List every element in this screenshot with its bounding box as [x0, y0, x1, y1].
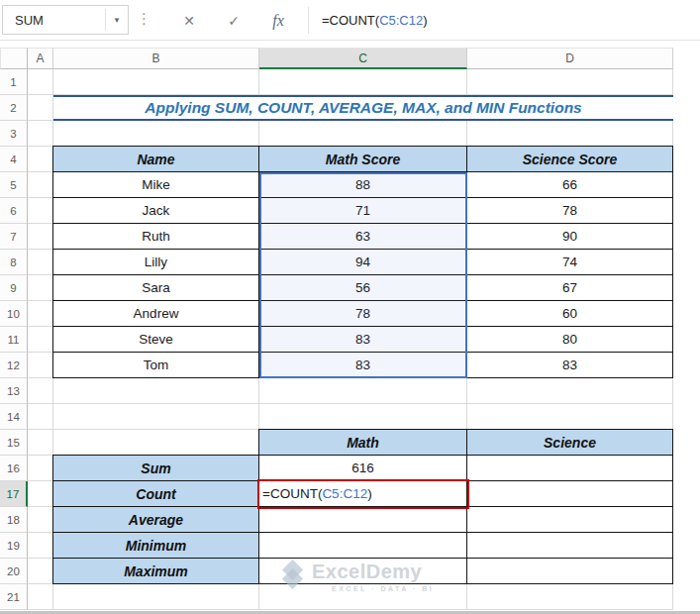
check-icon: ✓	[228, 13, 240, 29]
row-header-7[interactable]: 7	[0, 224, 28, 250]
cell-B6[interactable]: Jack	[53, 198, 259, 224]
summary-header-row: Math Science	[258, 429, 673, 456]
cell-B11[interactable]: Steve	[53, 327, 259, 353]
scores-header-science[interactable]: Science Score	[467, 147, 673, 172]
worksheet-title: Applying SUM, COUNT, AVERAGE, MAX, and M…	[145, 99, 581, 117]
scores-table: Name Math Score Science Score Mike 88 66…	[52, 146, 673, 378]
formula-bar-input[interactable]: =COUNT( C5:C12 )	[322, 0, 696, 41]
cell-B8[interactable]: Lilly	[53, 250, 259, 275]
scores-header-math[interactable]: Math Score	[259, 147, 467, 172]
cell-D8[interactable]: 74	[467, 250, 673, 275]
cell-D5[interactable]: 66	[467, 172, 673, 198]
cell-B12[interactable]: Tom	[53, 353, 259, 378]
row-header-18[interactable]: 18	[0, 507, 28, 533]
formula-bar: SUM ▾ ⋮ ✕ ✓ fx =COUNT( C5:C12 )	[0, 0, 700, 41]
cell-C9[interactable]: 56	[259, 275, 467, 301]
cell-D9[interactable]: 67	[467, 275, 673, 301]
formula-suffix: )	[423, 13, 427, 28]
summary-label-minimum[interactable]: Minimum	[53, 533, 259, 559]
formula-prefix: =COUNT(	[322, 13, 379, 28]
row-header-6[interactable]: 6	[0, 198, 28, 224]
row-header-10[interactable]: 10	[0, 301, 28, 327]
cell-C19[interactable]	[259, 533, 467, 559]
cell-B5[interactable]: Mike	[53, 172, 259, 198]
row-header-9[interactable]: 9	[0, 275, 28, 301]
formula-bar-options-icon[interactable]: ⋮	[137, 10, 151, 28]
summary-labels: Sum Count Average Minimum Maximum	[52, 455, 259, 584]
cell-C6[interactable]: 71	[259, 198, 467, 224]
row-header-15[interactable]: 15	[0, 430, 28, 456]
row-header-12[interactable]: 12	[0, 353, 28, 378]
summary-label-count[interactable]: Count	[53, 481, 259, 507]
summary-header-math[interactable]: Math	[259, 430, 467, 456]
select-all-corner[interactable]	[0, 48, 28, 69]
row-header-21[interactable]: 21	[0, 584, 28, 610]
cell-D17[interactable]	[467, 481, 673, 507]
column-header-b[interactable]: B	[53, 48, 259, 69]
summary-values: 616 =COUNT( C5:C12 )	[258, 455, 673, 584]
cell-C8[interactable]: 94	[259, 250, 467, 275]
row-header-2[interactable]: 2	[0, 95, 28, 121]
excel-window: SUM ▾ ⋮ ✕ ✓ fx =COUNT( C5:C12 ) A B C D …	[0, 0, 700, 614]
column-header-d[interactable]: D	[467, 48, 673, 69]
row-header-8[interactable]: 8	[0, 250, 28, 275]
row-header-3[interactable]: 3	[0, 121, 28, 147]
cancel-icon: ✕	[183, 13, 195, 29]
formula-bar-divider	[308, 7, 309, 34]
row-header-13[interactable]: 13	[0, 378, 28, 404]
cell-D11[interactable]: 80	[467, 327, 673, 353]
summary-header-science[interactable]: Science	[467, 430, 673, 456]
cell-C20[interactable]	[259, 559, 467, 584]
summary-label-average[interactable]: Average	[53, 507, 259, 533]
name-box-dropdown-icon[interactable]: ▾	[106, 15, 128, 25]
worksheet-title-cell[interactable]: Applying SUM, COUNT, AVERAGE, MAX, and M…	[53, 95, 673, 121]
cell-D12[interactable]: 83	[467, 353, 673, 378]
name-box[interactable]: SUM ▾	[2, 5, 129, 35]
summary-label-sum[interactable]: Sum	[53, 456, 259, 481]
cell-C12[interactable]: 83	[259, 353, 467, 378]
cell-B9[interactable]: Sara	[53, 275, 259, 301]
cell-formula-reference: C5:C12	[322, 486, 367, 501]
row-header-14[interactable]: 14	[0, 404, 28, 430]
row-header-4[interactable]: 4	[0, 147, 28, 172]
row-header-20[interactable]: 20	[0, 559, 28, 584]
row-header-strip: 1 2 3 4 5 6 7 8 9 10 11 12 13 14 15 16 1…	[0, 69, 28, 610]
formula-cancel-button[interactable]: ✕	[174, 8, 204, 33]
column-header-a[interactable]: A	[28, 48, 53, 69]
name-box-value: SUM	[3, 13, 105, 28]
cell-formula-suffix: )	[367, 486, 372, 501]
cell-C18[interactable]	[259, 507, 467, 533]
summary-label-maximum[interactable]: Maximum	[53, 559, 259, 584]
fx-icon: fx	[272, 12, 284, 30]
formula-enter-button[interactable]: ✓	[219, 8, 249, 33]
cell-D19[interactable]	[467, 533, 673, 559]
cell-C17-active-formula[interactable]: =COUNT( C5:C12 )	[259, 481, 467, 507]
cell-D6[interactable]: 78	[467, 198, 673, 224]
cell-D18[interactable]	[467, 507, 673, 533]
row-header-1[interactable]: 1	[0, 69, 28, 95]
column-header-c[interactable]: C	[259, 48, 467, 69]
cell-D7[interactable]: 90	[467, 224, 673, 250]
row-header-5[interactable]: 5	[0, 172, 28, 198]
cell-formula-prefix: =COUNT(	[262, 486, 322, 501]
cell-B10[interactable]: Andrew	[53, 301, 259, 327]
row-header-19[interactable]: 19	[0, 533, 28, 559]
cell-C7[interactable]: 63	[259, 224, 467, 250]
cell-B7[interactable]: Ruth	[53, 224, 259, 250]
cell-C16-sum-result[interactable]: 616	[259, 456, 467, 481]
formula-reference: C5:C12	[379, 13, 423, 28]
cell-D10[interactable]: 60	[467, 301, 673, 327]
row-header-17[interactable]: 17	[0, 481, 28, 507]
cell-D16[interactable]	[467, 456, 673, 481]
cell-C10[interactable]: 78	[259, 301, 467, 327]
cell-C11[interactable]: 83	[259, 327, 467, 353]
insert-function-button[interactable]: fx	[260, 8, 296, 33]
cell-C5[interactable]: 88	[259, 172, 467, 198]
row-header-11[interactable]: 11	[0, 327, 28, 353]
row-header-16[interactable]: 16	[0, 456, 28, 481]
cell-D20[interactable]	[467, 559, 673, 584]
scores-header-name[interactable]: Name	[53, 147, 259, 172]
